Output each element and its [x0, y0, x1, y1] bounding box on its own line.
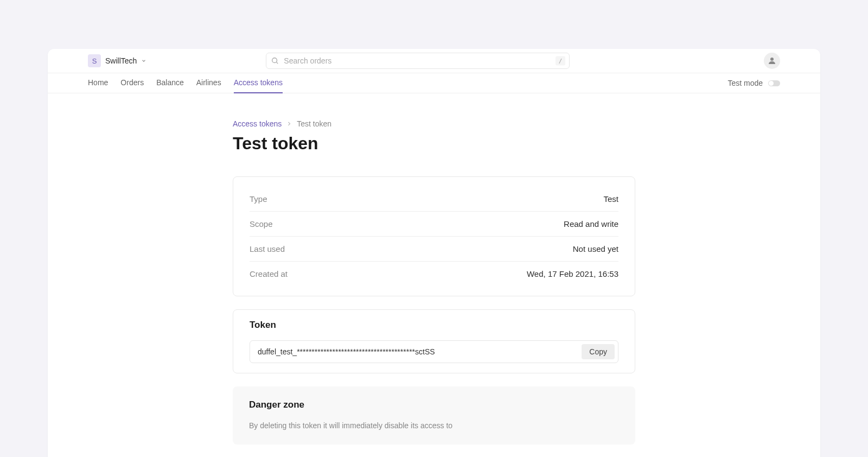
breadcrumb-parent-link[interactable]: Access tokens [233, 119, 282, 128]
org-selector[interactable]: S SwillTech [88, 54, 146, 67]
nav-items: Home Orders Balance Airlines Access toke… [88, 73, 283, 93]
token-panel-title: Token [250, 320, 618, 331]
detail-label: Type [250, 194, 267, 204]
details-panel: Type Test Scope Read and write Last used… [233, 176, 635, 296]
token-panel: Token duffel_test_**********************… [233, 309, 635, 373]
svg-point-1 [770, 58, 774, 61]
detail-row-type: Type Test [250, 187, 618, 212]
nav-item-balance[interactable]: Balance [156, 73, 184, 93]
nav-item-airlines[interactable]: Airlines [196, 73, 221, 93]
token-field: duffel_test_****************************… [250, 340, 618, 363]
test-mode-toggle[interactable] [768, 80, 780, 86]
page-title: Test token [233, 134, 635, 154]
search-icon [271, 57, 279, 65]
detail-row-last-used: Last used Not used yet [250, 237, 618, 262]
breadcrumb: Access tokens Test token [233, 119, 635, 128]
detail-value: Not used yet [573, 244, 618, 253]
org-name: SwillTech [105, 56, 137, 65]
danger-zone-title: Danger zone [249, 399, 619, 410]
nav-item-access-tokens[interactable]: Access tokens [234, 73, 283, 93]
detail-row-created-at: Created at Wed, 17 Feb 2021, 16:53 [250, 262, 618, 286]
org-badge: S [88, 54, 101, 67]
svg-point-0 [272, 58, 277, 63]
detail-value: Read and write [564, 219, 618, 228]
search-shortcut-badge: / [556, 56, 566, 66]
app-window: S SwillTech / Home Orders Balance Airlin… [48, 49, 820, 457]
detail-label: Created at [250, 269, 288, 278]
danger-zone-panel: Danger zone By deleting this token it wi… [233, 386, 635, 445]
copy-button[interactable]: Copy [582, 344, 615, 359]
detail-value: Test [603, 194, 618, 204]
detail-row-scope: Scope Read and write [250, 212, 618, 237]
chevron-down-icon [141, 58, 146, 64]
breadcrumb-current: Test token [297, 119, 331, 128]
detail-label: Last used [250, 244, 285, 253]
user-icon [768, 56, 776, 65]
chevron-right-icon [287, 122, 291, 126]
danger-zone-text: By deleting this token it will immediate… [249, 420, 619, 431]
detail-label: Scope [250, 219, 273, 228]
search-container: / [266, 53, 570, 69]
topbar: S SwillTech / [48, 49, 820, 73]
test-mode-label: Test mode [727, 79, 763, 87]
navbar: Home Orders Balance Airlines Access toke… [48, 73, 820, 93]
search-input[interactable] [266, 53, 570, 69]
avatar[interactable] [764, 53, 780, 69]
nav-item-orders[interactable]: Orders [120, 73, 144, 93]
content: Access tokens Test token Test token Type… [48, 93, 820, 445]
nav-item-home[interactable]: Home [88, 73, 108, 93]
detail-value: Wed, 17 Feb 2021, 16:53 [527, 269, 618, 278]
token-value: duffel_test_****************************… [258, 347, 582, 356]
